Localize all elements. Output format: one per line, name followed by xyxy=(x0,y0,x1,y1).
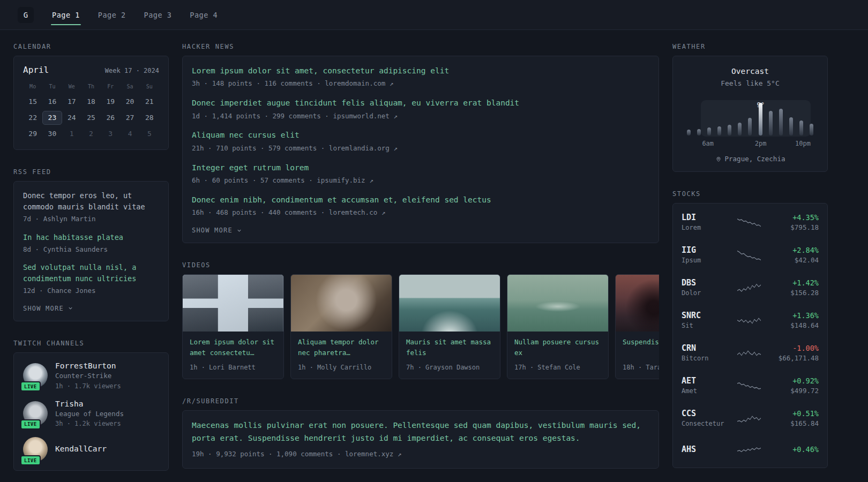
stock-name: Lorem xyxy=(682,224,733,231)
chevron-down-icon xyxy=(68,305,73,311)
subreddit-widget: /R/SUBREDDIT Maecenas mollis pulvinar er… xyxy=(182,397,659,469)
video-card[interactable]: Lorem ipsum dolor sit amet consectetu… 1… xyxy=(182,274,284,379)
rss-item: Donec tempor eros leo, ut commodo mauris… xyxy=(23,190,159,224)
stock-row: CRN Bitcorn -1.00% $66,171.48 xyxy=(682,336,819,369)
calendar-day: 18 xyxy=(81,95,101,109)
stock-values: +0.51% $165.84 xyxy=(765,409,819,427)
stock-ticker: CRN xyxy=(682,343,733,353)
rss-list: Donec tempor eros leo, ut commodo mauris… xyxy=(23,190,159,296)
hackernews-show-more-button[interactable]: SHOW MORE xyxy=(192,227,242,234)
video-card[interactable]: Suspendisse diam 18h · Tara xyxy=(615,274,659,379)
video-title: Lorem ipsum dolor sit amet consectetu… xyxy=(190,337,276,358)
video-title: Aliquam tempor dolor nec pharetra… xyxy=(298,337,385,358)
twitch-avatar: LIVE xyxy=(23,437,48,462)
rss-widget: RSS FEED Donec tempor eros leo, ut commo… xyxy=(13,168,169,321)
app-logo[interactable]: G xyxy=(18,7,34,23)
weather-bar xyxy=(748,118,752,135)
calendar-day: 15 xyxy=(23,95,42,109)
stock-sparkline xyxy=(737,246,761,263)
twitch-channel[interactable]: LIVE Trisha League of Legends 3h · 1.2k … xyxy=(23,400,159,428)
video-meta: 7h · Grayson Dawson xyxy=(406,363,493,372)
stock-row: AHS +0.46% xyxy=(682,434,819,465)
rss-item-title[interactable]: In hac habitasse platea xyxy=(23,232,159,243)
videos-widget: VIDEOS Lorem ipsum dolor sit amet consec… xyxy=(182,261,659,379)
stock-row: AET Amet +0.92% $499.72 xyxy=(682,369,819,402)
stock-sparkline xyxy=(737,441,761,458)
calendar-day: 4 xyxy=(120,127,139,141)
video-card[interactable]: Aliquam tempor dolor nec pharetra… 1h · … xyxy=(290,274,392,379)
weather-chart: 9° 6am2pm10pm xyxy=(682,100,819,148)
subreddit-post-title[interactable]: Maecenas mollis pulvinar erat non posuer… xyxy=(192,419,649,445)
hn-story-title[interactable]: Lorem ipsum dolor sit amet, consectetur … xyxy=(192,65,649,77)
top-nav: G Page 1 Page 2 Page 3 Page 4 xyxy=(0,0,868,30)
stock-sparkline xyxy=(737,377,761,394)
hn-story-title[interactable]: Aliquam nec cursus elit xyxy=(192,129,649,141)
twitch-channel-info: KendallCarr xyxy=(55,445,107,454)
calendar-day: 27 xyxy=(120,111,139,125)
stock-row: IIG Ipsum +2.84% $42.04 xyxy=(682,238,819,271)
calendar-day: 30 xyxy=(42,127,62,141)
location-pin-icon xyxy=(715,156,722,162)
nav-tab[interactable]: Page 4 xyxy=(189,0,219,29)
weather-time-axis: 6am2pm10pm xyxy=(682,139,819,148)
right-column: WEATHER Overcast Feels like 5°C 9° 6am2p… xyxy=(672,43,828,471)
stock-change: -1.00% xyxy=(765,344,819,352)
nav-tab[interactable]: Page 2 xyxy=(97,0,127,29)
calendar-day: 17 xyxy=(62,95,81,109)
hn-story-title[interactable]: Donec imperdiet augue tincidunt felis al… xyxy=(192,97,649,109)
hn-story-meta: 1d · 1,414 points · 299 comments · ipsum… xyxy=(192,111,649,122)
stock-identity: LDI Lorem xyxy=(682,213,733,231)
rss-show-more-button[interactable]: SHOW MORE xyxy=(23,305,73,312)
weather-bar xyxy=(728,125,731,135)
hn-story-meta: 21h · 710 points · 579 comments · loreml… xyxy=(192,144,649,154)
nav-tab[interactable]: Page 3 xyxy=(143,0,173,29)
weather-bar xyxy=(687,130,691,135)
stock-row: DBS Dolor +1.42% $156.28 xyxy=(682,271,819,304)
rss-item-title[interactable]: Sed volutpat nulla nisl, a condimentum n… xyxy=(23,262,159,284)
stock-identity: CRN Bitcorn xyxy=(682,343,733,362)
hackernews-list: Lorem ipsum dolor sit amet, consectetur … xyxy=(192,65,649,218)
twitch-channel-game: League of Legends xyxy=(55,409,124,419)
weather-feels-like: Feels like 5°C xyxy=(682,79,819,87)
hackernews-widget: HACKER NEWS Lorem ipsum dolor sit amet, … xyxy=(182,43,659,243)
hn-story: Lorem ipsum dolor sit amet, consectetur … xyxy=(192,65,649,89)
twitch-avatar: LIVE xyxy=(23,401,48,426)
twitch-channel-name: Trisha xyxy=(55,400,124,408)
stock-identity: SNRC Sit xyxy=(682,311,733,329)
nav-tab[interactable]: Page 1 xyxy=(51,0,81,29)
hn-story-title[interactable]: Integer eget rutrum lorem xyxy=(192,162,649,174)
stock-values: -1.00% $66,171.48 xyxy=(765,344,819,362)
stock-change: +0.51% xyxy=(765,409,819,418)
hn-story-title[interactable]: Donec enim nibh, condimentum et accumsan… xyxy=(192,194,649,206)
weather-hour-bars xyxy=(682,100,819,135)
chevron-down-icon xyxy=(236,228,242,234)
stock-sparkline xyxy=(737,279,761,296)
twitch-channel[interactable]: LIVE ForrestBurton Counter-Strike 1h · 1… xyxy=(23,362,159,390)
weather-location: Prague, Czechia xyxy=(725,155,785,163)
stock-change: +1.42% xyxy=(765,278,819,287)
stock-identity: CCS Consectetur xyxy=(682,409,733,427)
stock-sparkline xyxy=(737,214,761,231)
calendar-day: 1 xyxy=(62,127,81,141)
video-thumbnail xyxy=(399,275,500,332)
weather-bar xyxy=(738,123,742,135)
stock-values: +0.92% $499.72 xyxy=(765,376,819,395)
weather-time-label: 6am xyxy=(702,140,714,147)
rss-item-title[interactable]: Donec tempor eros leo, ut commodo mauris… xyxy=(23,190,159,213)
rss-item: In hac habitasse platea 8d · Cynthia Sau… xyxy=(23,232,159,255)
rss-item-meta: 12d · Chance Jones xyxy=(23,286,159,296)
videos-widget-label: VIDEOS xyxy=(182,261,659,269)
stock-change: +1.36% xyxy=(765,311,819,320)
twitch-channel[interactable]: LIVE KendallCarr xyxy=(23,437,159,462)
subreddit-panel: Maecenas mollis pulvinar erat non posuer… xyxy=(182,410,659,469)
calendar-day: 24 xyxy=(62,111,81,125)
stock-sparkline xyxy=(737,312,761,329)
stock-values: +0.46% xyxy=(765,445,819,455)
video-card[interactable]: Mauris sit amet massa felis 7h · Grayson… xyxy=(399,274,500,379)
twitch-channel-info: Trisha League of Legends 3h · 1.2k viewe… xyxy=(55,400,124,428)
stock-values: +1.42% $156.28 xyxy=(765,278,819,297)
calendar-day: 25 xyxy=(81,111,101,125)
rss-show-more-label: SHOW MORE xyxy=(23,305,64,312)
stock-row: SNRC Sit +1.36% $148.64 xyxy=(682,304,819,336)
video-card[interactable]: Nullam posuere cursus ex 17h · Stefan Co… xyxy=(507,274,609,379)
